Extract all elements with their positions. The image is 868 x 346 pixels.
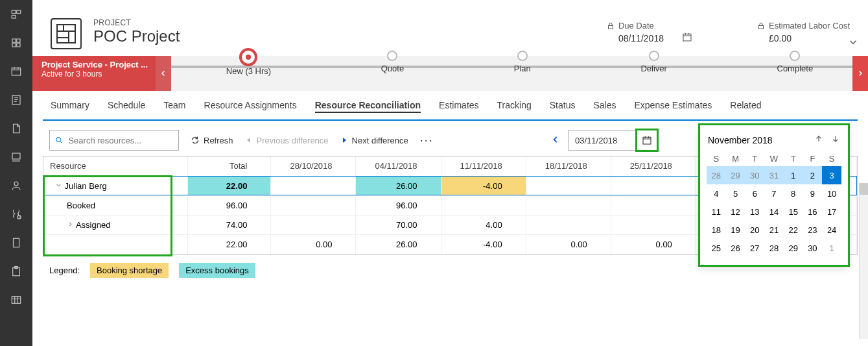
tab-sales[interactable]: Sales xyxy=(593,100,616,113)
cal-day[interactable]: 28 xyxy=(707,166,726,184)
cal-day[interactable]: 12 xyxy=(726,203,745,221)
refresh-button[interactable]: Refresh xyxy=(191,136,233,145)
stage-complete[interactable]: Complete xyxy=(777,51,814,76)
rail-item-9[interactable] xyxy=(0,229,32,257)
tab-status[interactable]: Status xyxy=(550,100,576,113)
stage-prev-button[interactable] xyxy=(156,56,171,91)
cal-day[interactable]: 29 xyxy=(726,166,745,184)
prev-difference-button[interactable]: Previous difference xyxy=(245,136,329,145)
col-header[interactable]: Total xyxy=(187,156,271,176)
cal-day[interactable]: 7 xyxy=(764,184,784,203)
stage-quote[interactable]: Quote xyxy=(381,51,404,76)
rail-item-5[interactable] xyxy=(0,114,32,143)
cal-day[interactable]: 25 xyxy=(707,239,726,257)
project-title: POC Project xyxy=(93,27,180,45)
svg-rect-15 xyxy=(758,25,763,29)
cal-dow: S xyxy=(822,151,841,166)
calendar-month-label[interactable]: November 2018 xyxy=(708,135,773,145)
cal-day[interactable]: 29 xyxy=(784,239,803,257)
calendar-prev-button[interactable] xyxy=(814,134,823,145)
cal-day[interactable]: 10 xyxy=(822,184,841,203)
tab-estimates[interactable]: Estimates xyxy=(439,100,478,113)
stage-plan[interactable]: Plan xyxy=(514,51,531,76)
tab-related[interactable]: Related xyxy=(730,100,761,113)
tab-schedule[interactable]: Schedule xyxy=(108,100,145,113)
cal-day[interactable]: 6 xyxy=(745,184,764,203)
search-input[interactable] xyxy=(49,130,179,151)
date-picker-button[interactable] xyxy=(637,130,657,151)
cal-day[interactable]: 2 xyxy=(803,166,823,184)
rail-item-7[interactable] xyxy=(0,171,32,200)
cal-day[interactable]: 16 xyxy=(803,203,823,221)
col-header[interactable]: Resource xyxy=(43,156,187,176)
resource-cell[interactable]: Assigned xyxy=(43,215,187,234)
tab-tracking[interactable]: Tracking xyxy=(497,100,532,113)
col-header[interactable]: 25/11/2018 xyxy=(611,156,696,176)
cal-day[interactable]: 30 xyxy=(803,239,823,257)
col-header[interactable]: 11/11/2018 xyxy=(441,156,526,176)
grid-cell xyxy=(611,215,696,234)
col-header[interactable]: 18/11/2018 xyxy=(526,156,611,176)
tab-expense-estimates[interactable]: Expense Estimates xyxy=(634,100,712,113)
cal-day[interactable]: 20 xyxy=(745,221,764,239)
stage-flag[interactable]: Project Service - Project ... Active for… xyxy=(32,56,156,91)
cal-day[interactable]: 1 xyxy=(822,239,841,257)
tab-resource-assignments[interactable]: Resource Assignments xyxy=(204,100,297,113)
calendar-next-button[interactable] xyxy=(831,134,840,145)
rail-item-2[interactable] xyxy=(0,29,32,57)
cal-dow: T xyxy=(745,151,764,166)
rail-item-6[interactable] xyxy=(0,143,32,171)
stage-deliver[interactable]: Deliver xyxy=(640,51,666,76)
cal-day[interactable]: 5 xyxy=(726,184,745,203)
cal-day[interactable]: 3 xyxy=(822,166,841,184)
cal-day[interactable]: 26 xyxy=(726,239,745,257)
lock-icon xyxy=(607,22,615,30)
totals-cell: 26.00 xyxy=(356,234,441,254)
cal-day[interactable]: 31 xyxy=(764,166,784,184)
rail-item-1[interactable] xyxy=(0,0,32,29)
cal-day[interactable]: 8 xyxy=(784,184,803,203)
next-difference-button[interactable]: Next difference xyxy=(340,136,408,145)
rail-item-11[interactable] xyxy=(0,286,32,314)
calendar-icon[interactable] xyxy=(682,32,692,42)
legend-label: Legend: xyxy=(49,266,80,275)
rail-item-4[interactable] xyxy=(0,86,32,114)
cal-day[interactable]: 11 xyxy=(707,203,726,221)
tab-summary[interactable]: Summary xyxy=(51,100,89,113)
rail-item-10[interactable] xyxy=(0,257,32,286)
cal-day[interactable]: 15 xyxy=(784,203,803,221)
col-header[interactable]: 28/10/2018 xyxy=(271,156,356,176)
stage-next-button[interactable] xyxy=(852,56,868,91)
resource-cell[interactable]: Julian Berg xyxy=(43,176,187,195)
cal-day[interactable]: 9 xyxy=(803,184,823,203)
totals-cell: 0.00 xyxy=(526,234,611,254)
cal-day[interactable]: 21 xyxy=(764,221,784,239)
cal-day[interactable]: 27 xyxy=(745,239,764,257)
date-input[interactable]: 03/11/2018 xyxy=(568,130,658,151)
more-button[interactable]: ··· xyxy=(420,134,434,147)
due-date-value: 08/11/2018 xyxy=(607,33,664,43)
tab-team[interactable]: Team xyxy=(163,100,185,113)
cal-day[interactable]: 1 xyxy=(784,166,803,184)
tab-resource-reconciliation[interactable]: Resource Reconciliation xyxy=(315,100,421,113)
rail-item-3[interactable] xyxy=(0,57,32,86)
col-header[interactable]: 04/11/2018 xyxy=(356,156,441,176)
stage-new[interactable]: New (3 Hrs) xyxy=(226,51,271,76)
cal-day[interactable]: 13 xyxy=(745,203,764,221)
cal-day[interactable]: 30 xyxy=(745,166,764,184)
cal-day[interactable]: 28 xyxy=(764,239,784,257)
cal-day[interactable]: 24 xyxy=(822,221,841,239)
cal-day[interactable]: 23 xyxy=(803,221,823,239)
header: PROJECT POC Project Due Date 08/11/2018 … xyxy=(32,0,868,56)
cal-day[interactable]: 4 xyxy=(707,184,726,203)
cal-day[interactable]: 14 xyxy=(764,203,784,221)
cal-day[interactable]: 18 xyxy=(707,221,726,239)
resource-cell[interactable]: Booked xyxy=(43,195,187,215)
cal-day[interactable]: 19 xyxy=(726,221,745,239)
date-prev-button[interactable] xyxy=(551,135,560,146)
scrollbar[interactable] xyxy=(859,183,868,339)
cal-day[interactable]: 22 xyxy=(784,221,803,239)
cal-day[interactable]: 17 xyxy=(822,203,841,221)
rail-item-8[interactable] xyxy=(0,200,32,229)
expand-header-button[interactable] xyxy=(847,36,859,51)
